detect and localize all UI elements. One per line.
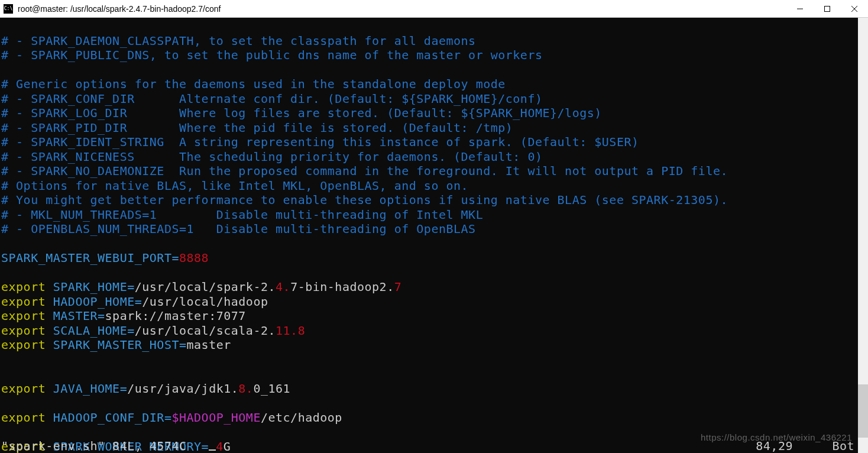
export-keyword: export (1, 323, 46, 338)
env-number: 11. (276, 323, 298, 338)
comment-line: # - SPARK_NO_DAEMONIZE Run the proposed … (1, 164, 728, 178)
env-path: /usr/local/hadoop (142, 295, 268, 309)
env-var-key: HADOOP_HOME= (46, 295, 142, 309)
env-var-ref: $HADOOP_HOME (171, 410, 261, 425)
status-file: "spark-env.sh" 84L, 4574C (1, 439, 187, 453)
status-position: 84,29 (756, 439, 793, 454)
comment-line: # Generic options for the daemons used i… (1, 77, 506, 91)
window-titlebar: C:\ root@master: /usr/local/spark-2.4.7-… (0, 0, 868, 18)
env-number: 7 (394, 280, 402, 294)
maximize-button[interactable] (814, 0, 841, 17)
env-value: spark://master:7077 (105, 309, 246, 323)
env-path: 0_161 (253, 381, 290, 396)
export-keyword: export (1, 309, 46, 323)
scrollbar-thumb[interactable] (858, 384, 868, 438)
export-keyword: export (1, 338, 46, 352)
export-keyword: export (1, 280, 46, 294)
comment-line: # - SPARK_DAEMON_CLASSPATH, to set the c… (1, 34, 476, 48)
env-path: /usr/local/spark-2. (135, 280, 276, 294)
env-path: /etc/hadoop (261, 410, 342, 425)
vertical-scrollbar[interactable] (858, 18, 868, 453)
export-keyword: export (1, 295, 46, 309)
vim-status-line: "spark-env.sh" 84L, 4574C84,29Bot (1, 439, 858, 454)
minimize-button[interactable] (786, 0, 814, 17)
comment-line: # You might get better performance to en… (1, 193, 728, 207)
comment-line: # - MKL_NUM_THREADS=1 Disable multi-thre… (1, 208, 483, 222)
env-value: master (187, 338, 231, 352)
comment-line: # Options for native BLAS, like Intel MK… (1, 179, 468, 193)
env-number: 4. (276, 280, 290, 294)
status-location: Bot (832, 439, 854, 454)
comment-line: # - SPARK_LOG_DIR Where log files are st… (1, 106, 602, 120)
export-keyword: export (1, 381, 46, 396)
comment-line: # - SPARK_PUBLIC_DNS, to set the public … (1, 48, 543, 62)
comment-line: # - SPARK_IDENT_STRING A string represen… (1, 135, 639, 149)
env-var-key: SPARK_MASTER_WEBUI_PORT= (1, 251, 179, 265)
env-var-key: HADOOP_CONF_DIR= (46, 410, 171, 425)
comment-line: # - SPARK_CONF_DIR Alternate conf dir. (… (1, 92, 543, 106)
comment-line: # - OPENBLAS_NUM_THREADS=1 Disable multi… (1, 222, 476, 236)
env-path: /usr/java/jdk1. (127, 381, 238, 396)
env-path: 7-bin-hadoop2. (290, 280, 394, 294)
env-number: 8 (298, 323, 306, 338)
comment-line: # - SPARK_NICENESS The scheduling priori… (1, 150, 543, 164)
env-var-key: MASTER= (46, 309, 105, 323)
close-button[interactable] (841, 0, 868, 17)
window-controls (786, 0, 868, 17)
env-var-value: 8888 (179, 251, 209, 265)
env-number: 8. (238, 381, 253, 396)
export-keyword: export (1, 410, 46, 425)
terminal-output[interactable]: # - SPARK_DAEMON_CLASSPATH, to set the c… (0, 18, 858, 453)
comment-line: # - SPARK_PID_DIR Where the pid file is … (1, 121, 513, 135)
env-var-key: SPARK_MASTER_HOST= (46, 338, 186, 352)
env-var-key: SPARK_HOME= (46, 280, 135, 294)
app-icon: C:\ (4, 4, 13, 14)
env-var-key: SCALA_HOME= (46, 323, 135, 338)
window-title: root@master: /usr/local/spark-2.4.7-bin-… (18, 4, 786, 14)
env-var-key: JAVA_HOME= (46, 381, 127, 396)
env-path: /usr/local/scala-2. (135, 323, 276, 338)
svg-rect-1 (825, 6, 830, 11)
